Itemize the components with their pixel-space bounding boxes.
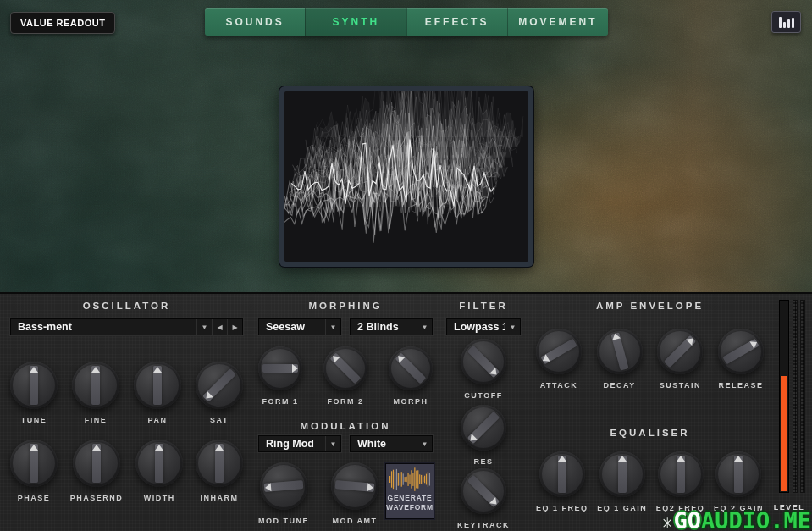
preset-prev-icon[interactable]: ◀ [212,319,227,335]
knob-label: RELEASE [718,381,763,390]
knob-mod-tune[interactable]: MOD TUNE [258,462,309,525]
knob-fine[interactable]: FINE [72,362,119,424]
knob-label: FORM 1 [262,397,298,406]
oscillator-preset-value: Bass-ment [11,321,196,333]
main-tabbar: SOUNDS SYNTH EFFECTS MOVEMENT [205,8,608,36]
equaliser-section-title: EQUALISER [536,428,764,438]
knob-keytrack[interactable]: KEYTRACK [457,468,510,529]
bar-chart-icon-bar [779,17,782,28]
bar-chart-icon-bar [783,22,786,28]
knob-label: INHARM [201,494,239,502]
knob-eq1-freq[interactable]: EQ 1 FREQ [536,451,588,512]
oscillator-preset-dropdown[interactable]: Bass-ment ▼ ◀ ▶ [10,318,243,335]
knob-label: MORPH [394,397,428,406]
knob-morph[interactable]: MORPH [389,346,433,406]
morph-shape2-dropdown[interactable]: 2 Blinds ▼ [350,318,433,335]
knob-label: PHASERND [70,494,124,502]
knob-label: RES [473,457,493,466]
knob-label: WIDTH [144,494,175,502]
mod-noise-value: White [351,438,417,450]
modulation-section-title: MODULATION [258,421,433,431]
watermark-icon: ✳ [662,511,674,531]
meter-led-column [793,300,798,493]
value-readout-button[interactable]: VALUE READOUT [10,12,115,34]
mod-source-value: Ring Mod [259,438,325,450]
bar-chart-icon-bar [792,18,794,28]
knob-label: SAT [210,416,229,424]
knob-width[interactable]: WIDTH [135,440,183,502]
knob-label: FINE [85,416,108,424]
mod-source-dropdown[interactable]: Ring Mod ▼ [258,435,341,452]
knob-sustain[interactable]: SUSTAIN [657,329,703,390]
knob-inharm[interactable]: INHARM [196,440,243,502]
filter-type-value: Lowpass 1 [447,321,505,333]
knob-eq1-gain[interactable]: EQ 1 GAIN [597,451,647,512]
level-slider[interactable] [779,300,789,493]
knob-sat[interactable]: SAT [196,362,243,424]
knob-form2[interactable]: FORM 2 [323,346,367,406]
bar-chart-icon-bar [787,19,790,28]
level-meter-toggle-button[interactable] [771,11,801,33]
oscillator-section-title: OSCILLATOR [10,301,243,311]
filter-type-dropdown[interactable]: Lowpass 1 ▼ [446,318,521,335]
dropdown-caret-icon[interactable]: ▼ [417,319,432,335]
filter-section-title: FILTER [446,301,521,311]
preset-next-icon[interactable]: ▶ [227,319,242,335]
knob-decay[interactable]: DECAY [597,329,643,390]
dropdown-caret-icon[interactable]: ▼ [505,319,520,335]
knob-phase[interactable]: PHASE [10,440,58,502]
knob-form1[interactable]: FORM 1 [258,346,302,406]
knob-label: PAN [148,416,168,424]
waveform-screen [284,91,528,262]
dropdown-caret-icon[interactable]: ▼ [325,436,340,451]
morph-shape1-value: Seesaw [259,321,325,333]
tab-synth[interactable]: SYNTH [305,8,406,36]
knob-attack[interactable]: ATTACK [536,329,582,390]
meter-led-column [800,300,805,493]
knob-label: MOD TUNE [258,517,309,525]
dropdown-caret-icon[interactable]: ▼ [417,436,432,451]
generate-button-label: WAVEFORM [386,503,434,512]
knob-res[interactable]: RES [461,405,506,466]
morph-shape2-value: 2 Blinds [351,321,417,333]
waveform-graphic [284,91,528,262]
generate-waveform-button[interactable]: GENERATE WAVEFORM [385,463,434,519]
morphing-section-title: MORPHING [258,301,433,311]
knob-pan[interactable]: PAN [134,362,181,424]
knob-cutoff[interactable]: CUTOFF [461,339,506,400]
knob-label: EQ 1 FREQ [536,504,588,512]
generate-button-label: GENERATE [386,494,434,503]
mod-noise-dropdown[interactable]: White ▼ [350,435,433,452]
tab-movement[interactable]: MOVEMENT [507,8,608,36]
knob-label: CUTOFF [464,391,502,400]
goaudio-watermark: ✳GOAUDIO.ME [662,507,811,531]
knob-eq2-gain[interactable]: EQ 2 GAIN [714,451,764,512]
dropdown-caret-icon[interactable]: ▼ [196,319,212,335]
knob-label: TUNE [21,416,47,424]
synth-control-panel: OSCILLATOR Bass-ment ▼ ◀ ▶ TUNE FINE PAN… [0,292,812,531]
waveform-display [279,86,533,267]
knob-label: EQ 1 GAIN [597,504,647,512]
tab-sounds[interactable]: SOUNDS [205,8,305,36]
knob-label: MOD AMT [332,517,377,525]
waveform-thumbnail-icon [389,467,431,492]
morph-shape1-dropdown[interactable]: Seesaw ▼ [258,318,341,335]
knob-label: PHASE [18,494,51,502]
knob-release[interactable]: RELEASE [718,329,764,390]
knob-label: SUSTAIN [660,381,701,390]
level-fill [781,376,787,491]
knob-mod-amt[interactable]: MOD AMT [331,462,378,525]
knob-label: KEYTRACK [457,521,510,529]
knob-label: DECAY [604,381,636,390]
tab-effects[interactable]: EFFECTS [406,8,507,36]
knob-label: ATTACK [540,381,578,390]
amp-envelope-section-title: AMP ENVELOPE [536,301,764,311]
dropdown-caret-icon[interactable]: ▼ [325,319,340,335]
knob-tune[interactable]: TUNE [10,362,58,424]
knob-phasernd[interactable]: PHASERND [70,440,124,502]
knob-label: FORM 2 [327,397,363,406]
knob-eq2-freq[interactable]: EQ2 FREQ [656,451,705,512]
